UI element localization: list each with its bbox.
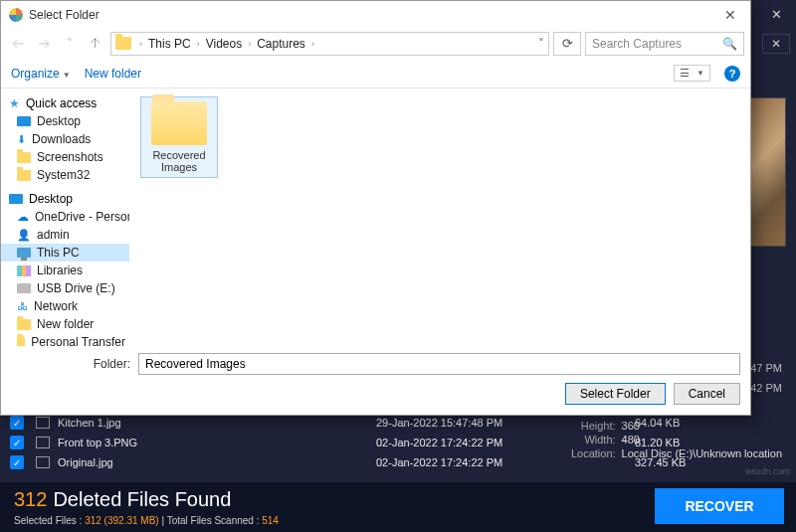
close-icon[interactable]: ✕ xyxy=(718,7,742,23)
folder-field-label: Folder: xyxy=(11,357,130,371)
recent-icon[interactable]: ˅ xyxy=(59,33,81,55)
cancel-button[interactable]: Cancel xyxy=(674,383,740,405)
breadcrumb-seg[interactable]: Captures xyxy=(257,37,305,51)
pc-icon xyxy=(17,248,31,258)
refresh-icon[interactable]: ⟳ xyxy=(553,32,581,56)
tree-item-this-pc[interactable]: This PC xyxy=(1,244,129,262)
folder-icon xyxy=(115,37,131,50)
organize-menu[interactable]: Organize▼ xyxy=(11,67,71,81)
search-input[interactable]: Search Captures🔍 xyxy=(585,32,744,56)
breadcrumb-seg[interactable]: Videos xyxy=(206,37,242,51)
select-folder-dialog: Select Folder ✕ 🡠 🡢 ˅ 🡡 › This PC › Vide… xyxy=(0,0,751,416)
dialog-title: Select Folder xyxy=(29,8,100,22)
user-icon: 👤 xyxy=(17,229,31,242)
tree-item-libraries[interactable]: Libraries xyxy=(1,262,129,279)
checkbox-icon[interactable]: ✓ xyxy=(10,416,24,430)
chevron-right-icon[interactable]: › xyxy=(193,39,204,49)
image-icon xyxy=(36,417,50,429)
new-folder-button[interactable]: New folder xyxy=(85,67,141,81)
tree-item-personal-transfer[interactable]: Personal Transfer xyxy=(1,333,129,346)
address-bar[interactable]: › This PC › Videos › Captures › ˅ xyxy=(110,32,549,56)
star-icon: ★ xyxy=(9,96,20,110)
footer-bar: 312Deleted Files Found Selected Files : … xyxy=(0,482,796,532)
image-icon xyxy=(36,437,50,448)
folder-icon xyxy=(17,337,25,347)
tree-item-desktop[interactable]: Desktop xyxy=(1,112,129,130)
chevron-right-icon[interactable]: › xyxy=(244,39,255,49)
download-icon: ⬇ xyxy=(17,133,26,146)
desktop-icon xyxy=(17,116,31,126)
tree-item-usb[interactable]: USB Drive (E:) xyxy=(1,279,129,297)
chevron-right-icon[interactable]: › xyxy=(135,39,146,49)
preview-thumbnail xyxy=(746,97,786,247)
tree-quick-access[interactable]: ★Quick access xyxy=(1,94,129,112)
folder-icon xyxy=(17,152,31,163)
folder-icon xyxy=(17,319,31,330)
tree-item-admin[interactable]: 👤admin xyxy=(1,226,129,244)
chevron-right-icon[interactable]: › xyxy=(307,39,318,49)
chevron-down-icon[interactable]: ˅ xyxy=(538,37,544,51)
libraries-icon xyxy=(17,266,31,276)
found-text: Deleted Files Found xyxy=(53,488,231,510)
found-count: 312 xyxy=(14,488,47,510)
folder-recovered-images[interactable]: Recovered Images xyxy=(140,96,218,178)
watermark: wsxdn.com xyxy=(745,466,790,476)
desktop-icon xyxy=(9,194,23,204)
search-icon: 🔍 xyxy=(722,37,737,51)
tree-item-screenshots[interactable]: Screenshots xyxy=(1,148,129,166)
image-icon xyxy=(36,456,50,468)
tree-item-new-folder[interactable]: New folder xyxy=(1,315,129,333)
forward-icon[interactable]: 🡢 xyxy=(33,33,55,55)
back-icon[interactable]: 🡠 xyxy=(7,33,29,55)
file-row[interactable]: ✓Original.jpg02-Jan-2022 17:24:22 PM327.… xyxy=(0,452,796,472)
up-icon[interactable]: 🡡 xyxy=(85,33,106,55)
folder-label: Recovered Images xyxy=(145,149,213,173)
app-tab-close-icon[interactable]: ✕ xyxy=(762,34,790,54)
nav-tree: ★Quick access Desktop ⬇Downloads Screens… xyxy=(1,89,130,346)
app-icon xyxy=(9,8,23,22)
folder-name-input[interactable] xyxy=(138,353,740,375)
tree-item-system32[interactable]: System32 xyxy=(1,166,129,184)
checkbox-icon[interactable]: ✓ xyxy=(10,455,24,469)
select-folder-button[interactable]: Select Folder xyxy=(565,383,666,405)
breadcrumb-seg[interactable]: This PC xyxy=(148,37,191,51)
footer-subtext: Selected Files : 312 (392.31 MB) | Total… xyxy=(14,515,279,526)
tree-item-onedrive[interactable]: ☁OneDrive - Persona xyxy=(1,208,129,226)
folder-icon xyxy=(151,101,207,145)
folder-icon xyxy=(17,170,31,181)
file-row[interactable]: ✓Kitchen 1.jpg29-Jan-2022 15:47:48 PM64.… xyxy=(0,413,796,433)
recover-button[interactable]: RECOVER xyxy=(655,488,784,524)
chevron-down-icon: ▼ xyxy=(63,71,71,80)
network-icon: 🖧 xyxy=(17,300,28,312)
checkbox-icon[interactable]: ✓ xyxy=(10,436,24,449)
usb-icon xyxy=(17,283,31,293)
tree-desktop[interactable]: Desktop xyxy=(1,190,129,208)
app-close-icon[interactable]: ✕ xyxy=(763,5,790,24)
help-icon[interactable]: ? xyxy=(724,66,740,82)
cloud-icon: ☁ xyxy=(17,210,29,224)
tree-item-network[interactable]: 🖧Network xyxy=(1,297,129,315)
file-row[interactable]: ✓Front top 3.PNG02-Jan-2022 17:24:22 PM8… xyxy=(0,433,796,452)
view-options-button[interactable]: ☰ ▼ xyxy=(674,65,710,82)
tree-item-downloads[interactable]: ⬇Downloads xyxy=(1,130,129,148)
